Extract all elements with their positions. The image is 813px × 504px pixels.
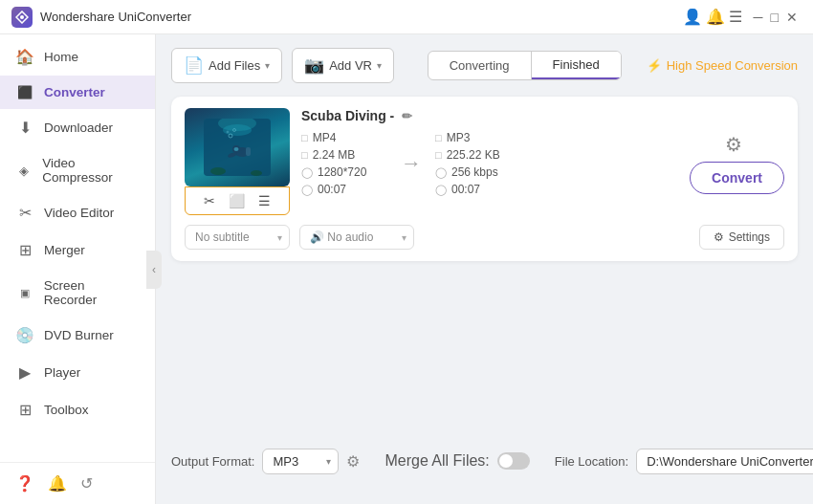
sidebar-item-downloader[interactable]: ⬇ Downloader (0, 109, 155, 146)
output-format-select[interactable]: MP3 (262, 449, 339, 474)
sidebar-item-label: Video Editor (44, 206, 114, 220)
conversion-arrow: → (387, 151, 435, 176)
help-icon[interactable]: ❓ (15, 474, 34, 493)
sidebar-item-dvd-burner[interactable]: 💿 DVD Burner (0, 317, 155, 354)
merge-section: Merge All Files: (385, 452, 529, 470)
notification-button[interactable]: 🔔 (706, 8, 725, 26)
file-location-field: File Location: D:\Wondershare UniConvert… (555, 449, 813, 474)
sidebar-item-label: Downloader (44, 121, 113, 135)
file-card-top: ✂ ⬜ ☰ Scuba Diving - ✏ (185, 108, 784, 215)
file-info: Scuba Diving - ✏ □ MP4 □ 2.24 (301, 108, 784, 196)
convert-button[interactable]: Convert (690, 162, 784, 194)
output-format: MP3 (447, 131, 471, 144)
output-format-field: Output Format: MP3 ⚙ (171, 449, 360, 474)
add-files-icon: 📄 (184, 55, 204, 76)
file-meta-row: □ MP4 □ 2.24 MB ◯ 1280*720 (301, 131, 784, 196)
crop-button[interactable]: ⬜ (225, 192, 249, 209)
svg-point-10 (234, 147, 239, 151)
cut-button[interactable]: ✂ (200, 192, 219, 209)
input-size-item: □ 2.24 MB (301, 148, 387, 162)
add-files-button[interactable]: 📄 Add Files ▾ (171, 48, 282, 83)
resolution-icon: ◯ (301, 166, 313, 179)
input-meta: □ MP4 □ 2.24 MB ◯ 1280*720 (301, 131, 387, 196)
merge-toggle[interactable] (497, 452, 530, 470)
sidebar-item-label: DVD Burner (44, 328, 114, 342)
video-thumbnail (185, 108, 290, 186)
titlebar: Wondershare UniConverter 👤 🔔 ☰ ─ □ ✕ (0, 0, 813, 34)
input-resolution: 1280*720 (318, 165, 366, 179)
add-vr-label: Add VR (329, 58, 372, 73)
add-files-dropdown-icon: ▾ (265, 60, 270, 71)
sidebar-item-video-editor[interactable]: ✂ Video Editor (0, 194, 155, 231)
duration-icon: ◯ (301, 184, 313, 196)
high-speed-label: High Speed Conversion (667, 58, 798, 73)
input-duration-item: ◯ 00:07 (301, 183, 387, 196)
close-button[interactable]: ✕ (782, 10, 802, 25)
file-location-label: File Location: (555, 454, 628, 469)
settings-label: Settings (729, 230, 770, 244)
sidebar-item-video-compressor[interactable]: ◈ Video Compressor (0, 146, 155, 194)
maximize-button[interactable]: □ (767, 10, 782, 25)
size-icon: □ (301, 149, 308, 161)
bottom-bar: Output Format: MP3 ⚙ Merge All Files: Fi… (171, 426, 798, 491)
app-body: 🏠 Home ⬛ Converter ⬇ Downloader ◈ Video … (0, 34, 813, 504)
menu-button[interactable]: ☰ (729, 8, 742, 26)
effects-button[interactable]: ☰ (254, 192, 275, 209)
file-title-row: Scuba Diving - ✏ (301, 108, 784, 123)
sidebar-item-merger[interactable]: ⊞ Merger (0, 231, 155, 269)
file-location-select-wrap: D:\Wondershare UniConverter (636, 449, 813, 474)
tab-converting[interactable]: Converting (428, 52, 532, 79)
audio-wrap: 🔊 No audio (299, 225, 414, 250)
merger-icon: ⊞ (15, 241, 34, 259)
sidebar-bottom: ❓ 🔔 ↺ (0, 462, 155, 504)
sidebar-item-label: Video Compressor (42, 156, 140, 185)
svg-point-13 (251, 170, 262, 176)
output-format-item: □ MP3 (435, 131, 531, 144)
refresh-icon[interactable]: ↺ (80, 474, 93, 493)
svg-point-3 (223, 124, 252, 136)
screen-recorder-icon: ▣ (15, 287, 34, 299)
output-duration: 00:07 (451, 183, 480, 196)
sidebar-item-home[interactable]: 🏠 Home (0, 38, 155, 76)
file-title-text: Scuba Diving - (301, 108, 394, 123)
settings-button[interactable]: ⚙ Settings (699, 225, 784, 250)
out-bitrate-icon: ◯ (435, 166, 447, 179)
add-vr-button[interactable]: 📷 Add VR ▾ (292, 48, 394, 83)
downloader-icon: ⬇ (15, 119, 34, 137)
svg-point-12 (210, 167, 226, 175)
subtitle-select[interactable]: No subtitle (185, 225, 290, 250)
tab-finished[interactable]: Finished (532, 52, 621, 79)
out-size-icon: □ (435, 149, 442, 161)
convert-button-area: ⚙ Convert (690, 133, 784, 194)
output-bitrate-item: ◯ 256 kbps (435, 165, 531, 179)
minimize-button[interactable]: ─ (750, 10, 767, 25)
toolbar: 📄 Add Files ▾ 📷 Add VR ▾ Converting Fini… (171, 48, 798, 83)
toolbox-icon: ⊞ (15, 401, 34, 419)
sidebar-collapse-button[interactable]: ‹ (146, 251, 162, 289)
content-spacer (171, 261, 798, 426)
file-location-select[interactable]: D:\Wondershare UniConverter (636, 449, 813, 474)
sidebar-item-player[interactable]: ▶ Player (0, 354, 155, 391)
bell-icon[interactable]: 🔔 (48, 474, 67, 493)
file-title-edit-icon[interactable]: ✏ (402, 109, 412, 123)
sidebar-item-screen-recorder[interactable]: ▣ Screen Recorder (0, 269, 155, 317)
home-icon: 🏠 (15, 48, 34, 66)
sidebar-item-label: Toolbox (44, 403, 89, 417)
audio-select[interactable]: 🔊 No audio (299, 225, 414, 250)
sidebar-item-toolbox[interactable]: ⊞ Toolbox (0, 391, 155, 428)
converter-icon: ⬛ (15, 85, 34, 99)
player-icon: ▶ (15, 363, 34, 382)
input-resolution-item: ◯ 1280*720 (301, 165, 387, 179)
output-format-select-wrap: MP3 (262, 449, 339, 474)
output-size-item: □ 225.22 KB (435, 148, 531, 162)
user-button[interactable]: 👤 (683, 8, 702, 26)
sidebar-item-converter[interactable]: ⬛ Converter (0, 76, 155, 109)
dvd-icon: 💿 (15, 326, 34, 344)
high-speed-badge: ⚡ High Speed Conversion (647, 58, 798, 73)
sidebar-item-label: Player (44, 365, 80, 380)
add-vr-icon: 📷 (304, 55, 324, 76)
edit-settings-button[interactable]: ⚙ (725, 133, 742, 156)
format-settings-button[interactable]: ⚙ (346, 452, 360, 471)
format-icon: □ (301, 132, 308, 143)
compressor-icon: ◈ (15, 164, 33, 178)
